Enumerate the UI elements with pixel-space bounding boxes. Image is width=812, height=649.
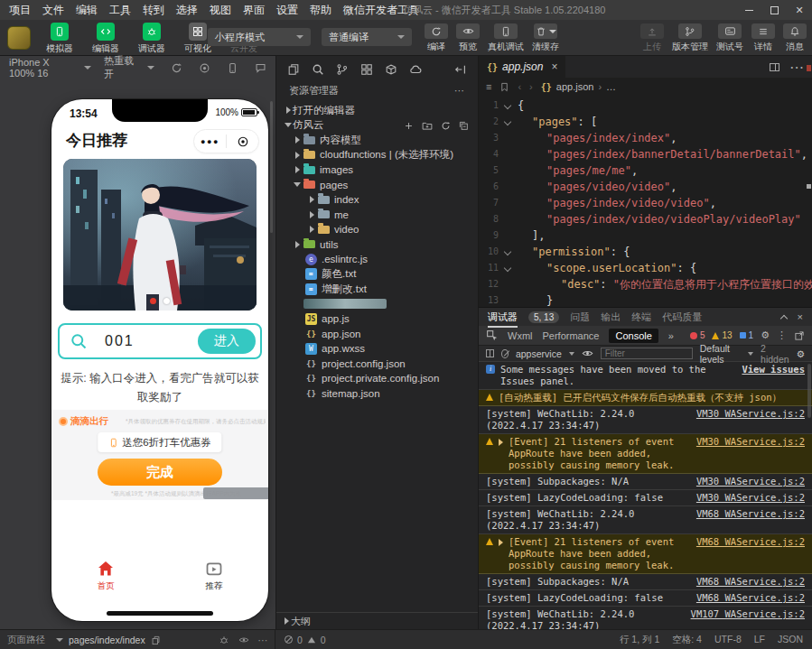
preview-button[interactable]: 预览 <box>456 23 480 53</box>
expand-icon[interactable] <box>499 539 503 546</box>
eol[interactable]: LF <box>754 634 765 646</box>
banner-swiper[interactable] <box>63 159 257 311</box>
clear-console-icon[interactable] <box>501 349 509 358</box>
tree-folder-video[interactable]: video <box>276 222 478 237</box>
scrollbar[interactable] <box>270 101 273 233</box>
details-button[interactable]: 详情 <box>751 23 775 53</box>
log-levels-dropdown[interactable]: Default levels <box>700 343 741 365</box>
outline-section[interactable]: 大纲 <box>276 612 478 629</box>
more-icon[interactable]: ⋯ <box>454 85 465 97</box>
tree-file-sitemap[interactable]: sitemap.json <box>276 386 478 402</box>
tab-app-json[interactable]: {} app.json × <box>479 56 565 78</box>
maximize-button[interactable] <box>761 0 787 20</box>
compile-button[interactable]: 编译 <box>425 23 448 53</box>
menu-project[interactable]: 项目 <box>9 3 31 18</box>
source-link[interactable]: VM30 WAService.js:2 <box>696 436 805 448</box>
scrollbar[interactable] <box>807 364 811 418</box>
popout-icon[interactable] <box>794 329 805 341</box>
source-link[interactable]: VM107 WAService.js:2 <box>691 608 805 620</box>
page-path-label[interactable]: 页面路径 <box>7 634 45 646</box>
source-link[interactable]: VM30 WAService.js:2 <box>696 408 805 420</box>
chat-icon[interactable] <box>255 61 266 74</box>
tree-folder-index[interactable]: index <box>276 192 478 208</box>
view-issues-link[interactable]: View issues <box>742 364 805 375</box>
menu-help[interactable]: 帮助 <box>310 3 331 18</box>
tree-file-crud-txt[interactable]: 增删改.txt <box>276 282 478 297</box>
test-account-button[interactable]: 测试号 <box>716 23 743 53</box>
source-link[interactable]: VM68 WAService.js:2 <box>696 508 805 520</box>
messages-button[interactable]: 消息 <box>783 23 807 53</box>
console-filter-input[interactable] <box>601 348 693 359</box>
tab-wxml[interactable]: Wxml <box>508 330 533 341</box>
console-sidebar-icon[interactable] <box>486 349 494 357</box>
remote-debug-button[interactable]: 真机调试 <box>488 23 524 53</box>
user-avatar[interactable] <box>7 26 31 50</box>
rotate-icon[interactable] <box>171 61 182 74</box>
tree-folder-cloudfunctions[interactable]: cloudfunctions | (未选择环境) <box>276 148 478 163</box>
tree-file-app-wxss[interactable]: app.wxss <box>276 341 478 357</box>
close-tab-icon[interactable]: × <box>551 60 557 73</box>
menu-tools[interactable]: 工具 <box>109 3 131 18</box>
cursor-position[interactable]: 行 1, 列 1 <box>620 634 659 646</box>
hot-reload-toggle[interactable]: 热重载 开 <box>104 54 138 81</box>
cloud-icon[interactable] <box>409 60 422 77</box>
tree-folder-utils[interactable]: utils <box>276 237 478 253</box>
tab-code-quality[interactable]: 代码质量 <box>662 311 702 324</box>
split-editor-icon[interactable] <box>770 63 779 71</box>
tree-file-app-js[interactable]: app.js <box>276 311 478 327</box>
menu-view[interactable]: 视图 <box>210 3 231 18</box>
kebab-menu-icon[interactable]: ⋮ <box>777 329 787 341</box>
phone-icon[interactable] <box>227 61 238 74</box>
tree-folder-content-model[interactable]: 内容模型 <box>276 133 478 148</box>
eye-icon[interactable] <box>582 348 593 360</box>
menu-select[interactable]: 选择 <box>176 3 198 18</box>
minimize-button[interactable] <box>736 0 761 20</box>
tree-folder-me[interactable]: me <box>276 208 478 223</box>
compile-mode-dropdown[interactable]: 普通编译 <box>322 28 412 46</box>
copy-icon[interactable] <box>151 634 161 645</box>
tree-folder-images[interactable]: images <box>276 162 478 178</box>
more-tabs-icon[interactable]: » <box>668 330 674 341</box>
tree-file-project-private-config[interactable]: project.private.config.json <box>276 371 478 386</box>
more-icon[interactable]: ⋯ <box>258 635 268 645</box>
mode-dropdown[interactable]: 小程序模式 <box>208 28 311 46</box>
source-link[interactable]: VM30 WAService.js:2 <box>696 492 805 504</box>
console-log-list[interactable]: i Some messages have been moved to the I… <box>479 362 812 629</box>
source-link[interactable]: VM68 WAService.js:2 <box>696 536 805 548</box>
simulator-toggle[interactable]: 模拟器 <box>40 23 79 55</box>
tab-output[interactable]: 输出 <box>601 311 621 324</box>
tree-file-project-config[interactable]: project.config.json <box>276 357 478 372</box>
tree-folder-pages[interactable]: pages <box>276 178 478 193</box>
gear-icon[interactable]: ⚙ <box>797 348 805 359</box>
vconsole-icon[interactable] <box>219 634 229 645</box>
menu-interface[interactable]: 界面 <box>243 3 265 18</box>
more-icon[interactable]: ⋯ <box>789 59 804 76</box>
new-folder-icon[interactable] <box>422 119 433 131</box>
tree-file-colors-txt[interactable]: 颜色.txt <box>276 267 478 283</box>
tab-debugger[interactable]: 调试器 <box>488 311 518 324</box>
debugger-toggle[interactable]: 调试器 <box>132 23 172 55</box>
version-manage-button[interactable]: 版本管理 <box>672 23 708 53</box>
source-link[interactable]: VM30 WAService.js:2 <box>696 476 805 487</box>
new-file-icon[interactable] <box>404 119 414 131</box>
tree-open-editors[interactable]: 打开的编辑器 <box>276 103 478 118</box>
clear-cache-button[interactable]: 清缓存 <box>532 23 559 53</box>
tab-problems[interactable]: 问题 <box>570 311 590 324</box>
language-mode[interactable]: JSON <box>778 634 803 646</box>
code-area[interactable]: 1{ 2"pages": [ 3"pages/index/index", 4"p… <box>479 97 812 307</box>
tab-home[interactable]: 首页 <box>51 552 160 599</box>
breadcrumb[interactable]: {} app.json › … <box>541 81 616 92</box>
tree-file-redacted[interactable] <box>276 297 478 312</box>
tree-file-app-json[interactable]: app.json <box>276 327 478 342</box>
files-icon[interactable] <box>287 60 300 77</box>
code-input[interactable] <box>103 329 202 354</box>
refresh-icon[interactable] <box>441 119 451 131</box>
enter-button[interactable]: 进入 <box>198 329 256 354</box>
source-link[interactable]: VM68 WAService.js:2 <box>696 576 805 588</box>
ad-card[interactable]: 滴滴出行 *具体领取的优惠券存在使用期限，请务必点击活动规则页查看详情 送您6折… <box>51 410 268 500</box>
tree-root-project[interactable]: 仿风云 <box>276 118 478 134</box>
close-panel-icon[interactable]: × <box>798 311 803 322</box>
expand-icon[interactable] <box>499 439 503 446</box>
extensions-icon[interactable] <box>360 60 373 77</box>
tab-terminal[interactable]: 终端 <box>631 311 651 324</box>
